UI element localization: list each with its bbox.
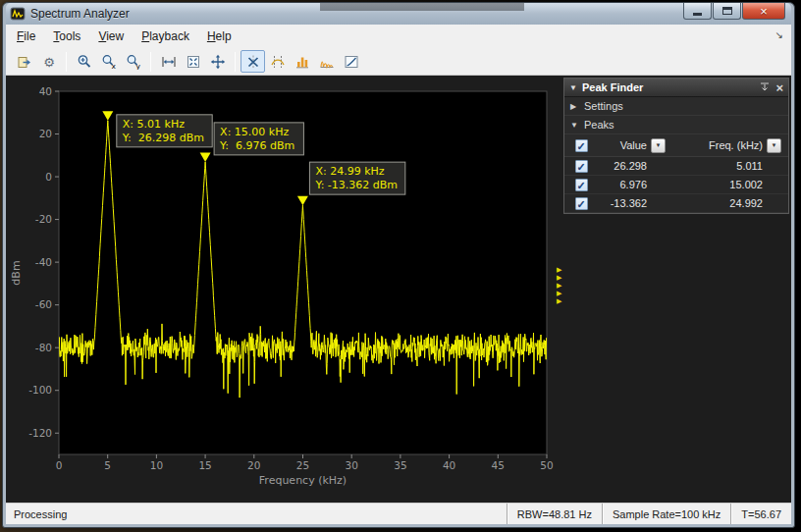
column-header-value: Value <box>594 139 651 151</box>
peak-table-row[interactable]: ✓6.97615.002 <box>564 176 788 194</box>
svg-text:X: 15.00 kHz: X: 15.00 kHz <box>220 126 289 138</box>
svg-text:y: y <box>135 62 140 70</box>
y-tick-label: -100 <box>28 384 52 396</box>
menu-dock-arrow-icon[interactable]: ↘ <box>775 29 783 40</box>
expand-arrow-icon[interactable]: ▶ <box>557 282 561 290</box>
y-tick-label: 40 <box>39 85 52 97</box>
y-tick-label: 20 <box>39 128 52 139</box>
titlebar[interactable]: Spectrum Analyzer × <box>6 3 791 25</box>
svg-text:Y: 26.298 dBm: Y: 26.298 dBm <box>122 132 204 144</box>
maximize-button[interactable] <box>713 3 741 20</box>
menu-tools[interactable]: Tools <box>44 25 89 48</box>
toolbar-separator <box>66 52 67 72</box>
minimize-button[interactable] <box>683 3 712 20</box>
freq-filter-dropdown[interactable]: ▼ <box>767 138 781 153</box>
minimize-icon <box>693 13 702 16</box>
zoom-y-icon[interactable]: y <box>121 50 145 73</box>
pan-icon[interactable] <box>205 50 230 73</box>
x-tick-label: 45 <box>492 459 505 471</box>
expand-arrow-icon[interactable]: ▶ <box>557 274 561 282</box>
y-tick-label: -120 <box>28 427 52 439</box>
zoom-x-icon[interactable]: x <box>96 50 121 73</box>
x-tick-label: 10 <box>150 459 163 471</box>
x-tick-label: 40 <box>443 459 455 471</box>
x-tick-label: 0 <box>56 459 63 471</box>
status-segment-2: T=56.67 <box>730 504 791 524</box>
peak-checkbox[interactable]: ✓ <box>575 160 588 173</box>
expand-arrow-icon[interactable]: ▶ <box>557 290 561 297</box>
peak-checkbox[interactable]: ✓ <box>575 197 588 210</box>
y-tick-label: 0 <box>45 171 52 183</box>
distortion-measurements-icon[interactable] <box>314 50 339 73</box>
close-button[interactable]: × <box>742 3 785 20</box>
window-title: Spectrum Analyzer <box>30 7 130 21</box>
y-tick-label: -20 <box>35 213 52 225</box>
menu-view[interactable]: View <box>89 25 133 48</box>
value-filter-dropdown[interactable]: ▼ <box>651 138 666 153</box>
export-icon[interactable] <box>12 50 36 73</box>
toolbar-separator <box>235 52 236 72</box>
panel-collapse-icon[interactable]: ▼ <box>569 83 577 92</box>
svg-text:⚙: ⚙ <box>43 54 55 69</box>
expander-down-icon: ▼ <box>570 121 578 130</box>
peaks-table-header: ✓ Value ▼ Freq. (kHz) ▼ <box>564 134 788 157</box>
x-tick-label: 25 <box>296 459 309 471</box>
zoom-in-icon[interactable] <box>72 50 96 73</box>
menu-help[interactable]: Help <box>198 25 240 48</box>
signal-statistics-icon[interactable] <box>290 50 314 73</box>
toolbar-separator <box>150 52 151 72</box>
peak-freq-cell: 24.992 <box>680 197 767 209</box>
app-icon <box>10 6 26 22</box>
x-tick-label: 50 <box>540 459 553 471</box>
peak-finder-title: Peak Finder <box>582 81 643 93</box>
peak-freq-cell: 5.011 <box>680 160 767 172</box>
expand-arrow-icon[interactable]: ▶ <box>557 297 561 305</box>
menu-playback[interactable]: Playback <box>133 25 198 48</box>
spectrum-plot[interactable]: 40200-20-40-60-80-100-120051015202530354… <box>8 76 556 502</box>
peak-value-cell: 6.976 <box>594 179 651 190</box>
peak-table-row[interactable]: ✓26.2985.011 <box>564 157 788 176</box>
x-axis-label: Frequency (kHz) <box>259 474 347 487</box>
peaks-section-toggle[interactable]: ▼ Peaks <box>564 116 788 134</box>
select-all-checkbox[interactable]: ✓ <box>575 139 588 152</box>
main-area: 40200-20-40-60-80-100-120051015202530354… <box>6 76 791 503</box>
y-axis-label: dBm <box>10 260 23 285</box>
full-view-icon[interactable] <box>181 50 205 73</box>
window-controls: × <box>682 3 785 20</box>
menubar: FileToolsViewPlaybackHelp ↘ <box>6 25 791 48</box>
maximize-icon <box>722 7 732 15</box>
menu-file[interactable]: File <box>8 25 44 48</box>
panel-close-icon[interactable]: × <box>775 82 783 93</box>
peaks-label: Peaks <box>584 119 614 131</box>
peak-finder-header[interactable]: ▼ Peak Finder × <box>564 79 788 97</box>
peak-checkbox[interactable]: ✓ <box>575 179 588 191</box>
x-tick-label: 15 <box>198 459 211 471</box>
toolbar: ⚙xy <box>6 48 791 76</box>
dock-pin-icon[interactable] <box>760 82 770 92</box>
peaks-table-body: ✓26.2985.011✓6.97615.002✓-13.36224.992 <box>564 157 788 213</box>
expander-right-icon: ▶ <box>570 102 578 111</box>
y-tick-label: -60 <box>35 298 52 310</box>
close-icon: × <box>760 5 768 18</box>
svg-text:X: 24.99 kHz: X: 24.99 kHz <box>315 165 384 178</box>
peak-freq-cell: 15.002 <box>680 179 767 190</box>
cursor-measurements-icon[interactable] <box>265 50 290 73</box>
peak-finder-icon[interactable] <box>240 50 265 73</box>
settings-section-toggle[interactable]: ▶ Settings <box>564 97 788 116</box>
peak-value-cell: 26.298 <box>594 160 651 172</box>
ccdf-measurements-icon[interactable] <box>339 50 363 73</box>
panel-expand-arrows[interactable]: ▶▶▶▶▶ <box>557 266 561 305</box>
expand-arrow-icon[interactable]: ▶ <box>557 266 561 274</box>
peak-finder-panel: ▼ Peak Finder × ▶ Settings ▼ Peaks ✓ Va <box>563 78 789 214</box>
svg-text:Y: -13.362 dBm: Y: -13.362 dBm <box>314 179 398 191</box>
x-tick-label: 30 <box>346 459 358 471</box>
settings-gear-icon[interactable]: ⚙ <box>36 50 61 73</box>
status-segment-0: RBW=48.81 Hz <box>507 504 602 524</box>
y-tick-label: -40 <box>35 256 52 268</box>
column-header-freq: Freq. (kHz) <box>680 139 767 151</box>
svg-text:x: x <box>111 62 116 70</box>
status-bar: Processing RBW=48.81 HzSample Rate=100 k… <box>6 503 791 524</box>
x-tick-label: 20 <box>247 459 260 471</box>
span-x-icon[interactable] <box>156 50 181 73</box>
peak-table-row[interactable]: ✓-13.36224.992 <box>564 194 788 213</box>
